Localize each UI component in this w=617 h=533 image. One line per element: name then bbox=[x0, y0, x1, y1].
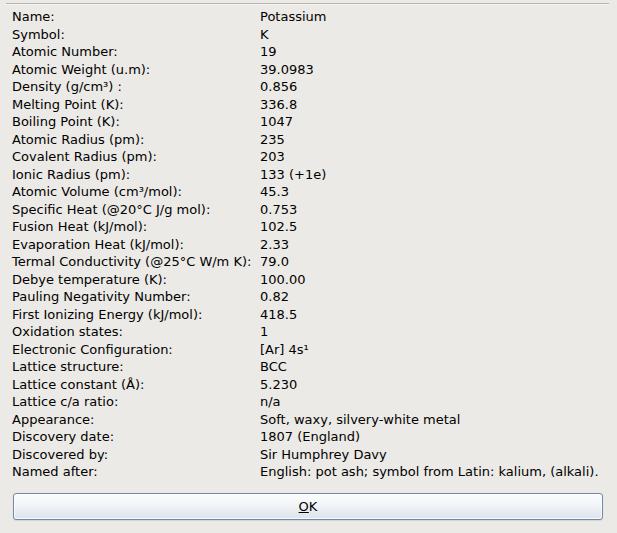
property-label: Appearance: bbox=[12, 411, 260, 429]
property-value: 100.00 bbox=[260, 271, 306, 289]
property-value: n/a bbox=[260, 393, 281, 411]
property-row: Atomic Radius (pm): 235 bbox=[12, 131, 611, 149]
property-value: 0.82 bbox=[260, 288, 289, 306]
property-row: Discovered by: Sir Humphrey Davy bbox=[12, 446, 611, 464]
property-value: 19 bbox=[260, 43, 277, 61]
property-label: Atomic Volume (cm³/mol): bbox=[12, 183, 260, 201]
property-label: Lattice constant (Å): bbox=[12, 376, 260, 394]
property-value: [Ar] 4s¹ bbox=[260, 341, 309, 359]
property-label: Fusion Heat (kJ/mol): bbox=[12, 218, 260, 236]
property-label: Lattice structure: bbox=[12, 358, 260, 376]
property-label: Lattice c/a ratio: bbox=[12, 393, 260, 411]
property-row: First Ionizing Energy (kJ/mol): 418.5 bbox=[12, 306, 611, 324]
property-value: Soft, waxy, silvery-white metal bbox=[260, 411, 460, 429]
property-value: 235 bbox=[260, 131, 285, 149]
property-label: Density (g/cm³) : bbox=[12, 78, 260, 96]
property-label: Melting Point (K): bbox=[12, 96, 260, 114]
property-label: Name: bbox=[12, 8, 260, 26]
property-row: Ionic Radius (pm): 133 (+1e) bbox=[12, 166, 611, 184]
property-value: 336.8 bbox=[260, 96, 297, 114]
property-row: Debye temperature (K): 100.00 bbox=[12, 271, 611, 289]
property-value: 0.753 bbox=[260, 201, 297, 219]
property-row: Lattice c/a ratio: n/a bbox=[12, 393, 611, 411]
top-separator bbox=[6, 3, 609, 5]
ok-button[interactable]: OK bbox=[13, 493, 603, 520]
property-value: 133 (+1e) bbox=[260, 166, 326, 184]
ok-button-label-rest: K bbox=[309, 499, 318, 514]
property-row: Specific Heat (@20°C J/g mol): 0.753 bbox=[12, 201, 611, 219]
property-value: 1 bbox=[260, 323, 268, 341]
property-value: 102.5 bbox=[260, 218, 297, 236]
property-value: English: pot ash; symbol from Latin: kal… bbox=[260, 463, 599, 481]
property-label: Covalent Radius (pm): bbox=[12, 148, 260, 166]
property-row: Atomic Volume (cm³/mol): 45.3 bbox=[12, 183, 611, 201]
property-value: 1807 (England) bbox=[260, 428, 360, 446]
property-value: Sir Humphrey Davy bbox=[260, 446, 387, 464]
property-label: Discovery date: bbox=[12, 428, 260, 446]
property-label: Electronic Configuration: bbox=[12, 341, 260, 359]
property-row: Melting Point (K): 336.8 bbox=[12, 96, 611, 114]
property-row: Pauling Negativity Number: 0.82 bbox=[12, 288, 611, 306]
property-label: Named after: bbox=[12, 463, 260, 481]
property-row: Fusion Heat (kJ/mol): 102.5 bbox=[12, 218, 611, 236]
property-value: 2.33 bbox=[260, 236, 289, 254]
ok-button-mnemonic: O bbox=[299, 499, 309, 514]
property-row: Symbol: K bbox=[12, 26, 611, 44]
property-label: Atomic Number: bbox=[12, 43, 260, 61]
property-row: Termal Conductivity (@25°C W/m K): 79.0 bbox=[12, 253, 611, 271]
property-row: Atomic Weight (u.m): 39.0983 bbox=[12, 61, 611, 79]
property-row: Evaporation Heat (kJ/mol): 2.33 bbox=[12, 236, 611, 254]
property-label: Boiling Point (K): bbox=[12, 113, 260, 131]
element-properties-dialog: Name: Potassium Symbol: K Atomic Number:… bbox=[0, 0, 617, 533]
property-row: Discovery date: 1807 (England) bbox=[12, 428, 611, 446]
properties-list: Name: Potassium Symbol: K Atomic Number:… bbox=[12, 8, 611, 481]
property-value: 418.5 bbox=[260, 306, 297, 324]
property-value: 5.230 bbox=[260, 376, 297, 394]
property-label: Debye temperature (K): bbox=[12, 271, 260, 289]
property-value: 79.0 bbox=[260, 253, 289, 271]
property-value: 1047 bbox=[260, 113, 293, 131]
property-value: BCC bbox=[260, 358, 287, 376]
property-label: Termal Conductivity (@25°C W/m K): bbox=[12, 253, 260, 271]
property-label: Atomic Radius (pm): bbox=[12, 131, 260, 149]
property-label: Specific Heat (@20°C J/g mol): bbox=[12, 201, 260, 219]
property-label: Oxidation states: bbox=[12, 323, 260, 341]
property-label: Evaporation Heat (kJ/mol): bbox=[12, 236, 260, 254]
property-row: Atomic Number: 19 bbox=[12, 43, 611, 61]
property-row: Name: Potassium bbox=[12, 8, 611, 26]
property-row: Named after: English: pot ash; symbol fr… bbox=[12, 463, 611, 481]
property-label: First Ionizing Energy (kJ/mol): bbox=[12, 306, 260, 324]
property-label: Pauling Negativity Number: bbox=[12, 288, 260, 306]
property-value: Potassium bbox=[260, 8, 326, 26]
property-row: Electronic Configuration: [Ar] 4s¹ bbox=[12, 341, 611, 359]
property-value: 45.3 bbox=[260, 183, 289, 201]
property-value: 203 bbox=[260, 148, 285, 166]
property-value: 39.0983 bbox=[260, 61, 314, 79]
property-label: Discovered by: bbox=[12, 446, 260, 464]
property-row: Appearance: Soft, waxy, silvery-white me… bbox=[12, 411, 611, 429]
property-row: Density (g/cm³) : 0.856 bbox=[12, 78, 611, 96]
property-label: Ionic Radius (pm): bbox=[12, 166, 260, 184]
property-value: 0.856 bbox=[260, 78, 297, 96]
property-row: Covalent Radius (pm): 203 bbox=[12, 148, 611, 166]
property-row: Oxidation states: 1 bbox=[12, 323, 611, 341]
property-row: Lattice structure: BCC bbox=[12, 358, 611, 376]
property-row: Boiling Point (K): 1047 bbox=[12, 113, 611, 131]
property-label: Atomic Weight (u.m): bbox=[12, 61, 260, 79]
property-value: K bbox=[260, 26, 269, 44]
property-label: Symbol: bbox=[12, 26, 260, 44]
property-row: Lattice constant (Å): 5.230 bbox=[12, 376, 611, 394]
